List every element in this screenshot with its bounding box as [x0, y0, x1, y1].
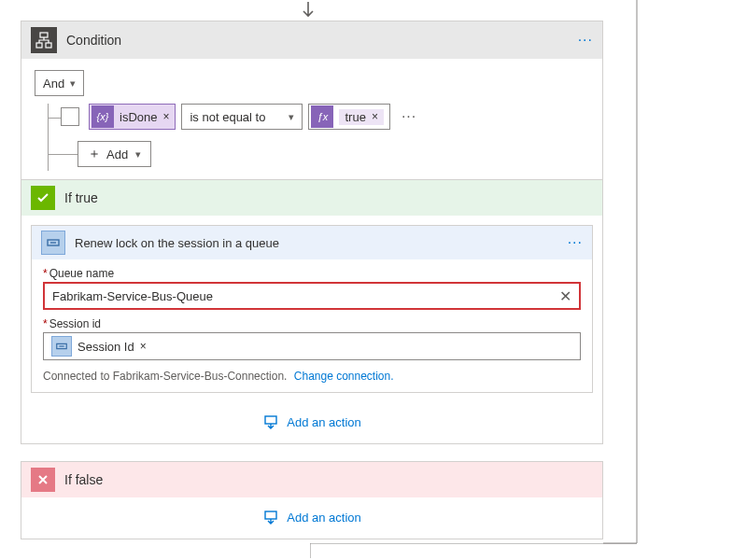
session-id-input[interactable]: Session Id ×	[43, 332, 581, 360]
add-action-icon	[262, 509, 279, 525]
remove-token-icon[interactable]: ×	[162, 110, 169, 123]
logic-operator-dropdown[interactable]: And ▾	[35, 70, 84, 96]
service-bus-icon	[41, 231, 65, 255]
flow-arrow-down-icon	[301, 2, 316, 19]
plus-icon: ＋	[88, 146, 101, 162]
connector-line-right	[603, 0, 641, 560]
add-condition-button[interactable]: ＋ Add ▾	[78, 141, 151, 167]
chevron-down-icon: ▾	[70, 77, 76, 90]
if-true-panel: If true Renew lock on the session in a q…	[21, 179, 603, 444]
renew-lock-title: Renew lock on the session in a queue	[75, 236, 568, 250]
condition-title: Condition	[66, 33, 578, 48]
remove-token-icon[interactable]: ×	[140, 340, 147, 353]
clear-icon[interactable]: ✕	[559, 287, 571, 305]
if-false-header[interactable]: If false	[21, 462, 602, 497]
right-operand-label: true	[345, 110, 365, 124]
row-menu-button[interactable]: ···	[402, 108, 416, 125]
session-id-token[interactable]: Session Id ×	[51, 335, 147, 357]
svg-rect-1	[36, 43, 42, 48]
if-false-title: If false	[64, 472, 593, 487]
session-token-label: Session Id	[78, 340, 134, 354]
condition-icon	[31, 27, 57, 53]
condition-menu-button[interactable]: ···	[578, 32, 593, 49]
logic-operator-label: And	[43, 77, 64, 91]
condition-card: Condition ··· And ▾ {x} isDone × is n	[21, 21, 603, 181]
right-operand-token[interactable]: ƒx true ×	[308, 104, 389, 130]
renew-lock-action-card: Renew lock on the session in a queue ···…	[31, 225, 593, 393]
condition-row: {x} isDone × is not equal to ▾ ƒx true ×	[61, 104, 589, 130]
if-true-title: If true	[64, 190, 593, 205]
queue-name-input[interactable]: Fabrikam-Service-Bus-Queue ✕	[43, 282, 581, 310]
add-action-button-true[interactable]: Add an action	[21, 402, 602, 443]
svg-rect-0	[40, 33, 48, 37]
check-icon	[31, 186, 55, 210]
add-action-icon	[262, 413, 279, 430]
if-true-header[interactable]: If true	[21, 180, 602, 216]
service-bus-icon	[51, 336, 72, 357]
operator-dropdown[interactable]: is not equal to ▾	[181, 104, 303, 130]
fx-icon: ƒx	[311, 105, 333, 128]
chevron-down-icon: ▾	[135, 148, 141, 161]
svg-rect-2	[46, 43, 51, 48]
action-menu-button[interactable]: ···	[568, 234, 583, 251]
renew-lock-header[interactable]: Renew lock on the session in a queue ···	[32, 226, 592, 259]
change-connection-link[interactable]: Change connection.	[294, 370, 394, 383]
left-operand-token[interactable]: {x} isDone ×	[89, 104, 176, 130]
connector-line	[310, 543, 646, 560]
add-action-label: Add an action	[287, 511, 361, 525]
operator-label: is not equal to	[190, 110, 265, 124]
cross-icon	[31, 468, 55, 492]
add-action-label: Add an action	[287, 415, 361, 429]
add-action-button-false[interactable]: Add an action	[21, 497, 602, 539]
queue-name-label: *Queue name	[43, 267, 581, 280]
session-id-label: *Session id	[43, 317, 581, 330]
remove-token-icon[interactable]: ×	[372, 110, 378, 123]
variable-icon: {x}	[92, 105, 114, 128]
condition-header[interactable]: Condition ···	[21, 21, 602, 59]
add-label: Add	[106, 147, 128, 161]
if-false-panel: If false Add an action	[21, 461, 603, 539]
queue-name-value: Fabrikam-Service-Bus-Queue	[52, 289, 213, 303]
svg-rect-5	[265, 416, 276, 424]
svg-rect-6	[265, 511, 276, 519]
connection-info: Connected to Fabrikam-Service-Bus-Connec…	[43, 370, 581, 383]
row-checkbox[interactable]	[61, 107, 79, 126]
chevron-down-icon: ▾	[289, 111, 294, 123]
left-operand-label: isDone	[120, 110, 157, 124]
